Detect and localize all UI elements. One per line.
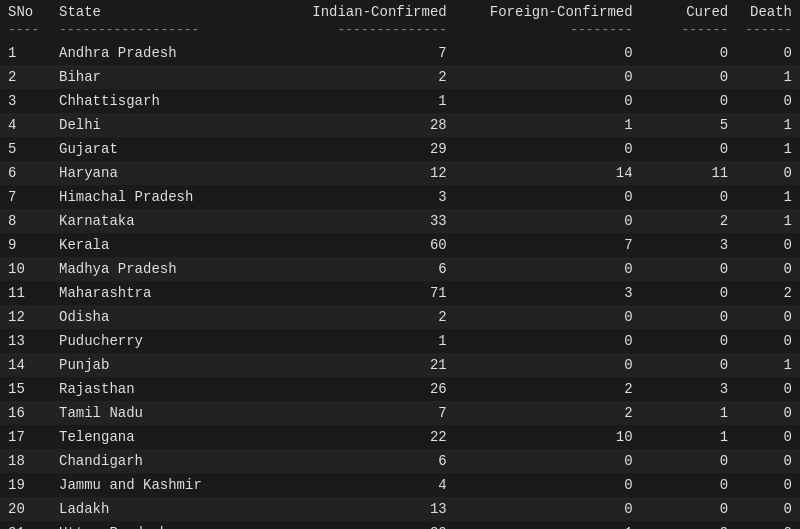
cell-sno: 13 <box>0 329 51 353</box>
cell-indian-confirmed: 12 <box>248 161 455 185</box>
cell-state: Gujarat <box>51 137 248 161</box>
cell-state: Bihar <box>51 65 248 89</box>
cell-sno: 7 <box>0 185 51 209</box>
cell-state: Odisha <box>51 305 248 329</box>
cell-state: Punjab <box>51 353 248 377</box>
table-row: 19Jammu and Kashmir4000 <box>0 473 800 497</box>
cell-death: 0 <box>736 425 800 449</box>
death-header: Death <box>736 0 800 22</box>
cell-foreign-confirmed: 0 <box>455 329 641 353</box>
divider-row: ---- ------------------ -------------- -… <box>0 22 800 41</box>
cell-cured: 0 <box>641 185 737 209</box>
cell-foreign-confirmed: 14 <box>455 161 641 185</box>
cell-death: 0 <box>736 257 800 281</box>
cell-death: 1 <box>736 209 800 233</box>
cell-sno: 15 <box>0 377 51 401</box>
cell-sno: 14 <box>0 353 51 377</box>
cell-death: 0 <box>736 401 800 425</box>
cell-cured: 0 <box>641 257 737 281</box>
table-row: 15Rajasthan26230 <box>0 377 800 401</box>
cell-foreign-confirmed: 0 <box>455 473 641 497</box>
table-body: 1Andhra Pradesh70002Bihar20013Chhattisga… <box>0 41 800 529</box>
table-row: 11Maharashtra71302 <box>0 281 800 305</box>
cell-death: 1 <box>736 65 800 89</box>
indian-divider: -------------- <box>248 22 455 41</box>
table-row: 21Uttar Pradesh30190 <box>0 521 800 529</box>
cell-foreign-confirmed: 3 <box>455 281 641 305</box>
cell-indian-confirmed: 21 <box>248 353 455 377</box>
state-header: State <box>51 0 248 22</box>
cell-death: 1 <box>736 113 800 137</box>
table-row: 7Himachal Pradesh3001 <box>0 185 800 209</box>
cell-foreign-confirmed: 0 <box>455 89 641 113</box>
cell-state: Telengana <box>51 425 248 449</box>
cell-foreign-confirmed: 10 <box>455 425 641 449</box>
cell-state: Kerala <box>51 233 248 257</box>
cell-death: 0 <box>736 89 800 113</box>
cell-state: Tamil Nadu <box>51 401 248 425</box>
cell-state: Chhattisgarh <box>51 89 248 113</box>
cell-state: Haryana <box>51 161 248 185</box>
cell-foreign-confirmed: 0 <box>455 449 641 473</box>
cell-cured: 0 <box>641 65 737 89</box>
indian-confirmed-header: Indian-Confirmed <box>248 0 455 22</box>
cell-state: Madhya Pradesh <box>51 257 248 281</box>
header-row: SNo State Indian-Confirmed Foreign-Confi… <box>0 0 800 22</box>
cell-indian-confirmed: 7 <box>248 41 455 65</box>
cell-indian-confirmed: 1 <box>248 329 455 353</box>
cell-indian-confirmed: 71 <box>248 281 455 305</box>
cured-divider: ------ <box>641 22 737 41</box>
cell-state: Chandigarh <box>51 449 248 473</box>
cell-cured: 1 <box>641 401 737 425</box>
cell-cured: 0 <box>641 137 737 161</box>
cell-death: 0 <box>736 161 800 185</box>
cell-indian-confirmed: 22 <box>248 425 455 449</box>
cell-death: 0 <box>736 497 800 521</box>
cell-sno: 11 <box>0 281 51 305</box>
cell-indian-confirmed: 33 <box>248 209 455 233</box>
cell-foreign-confirmed: 0 <box>455 65 641 89</box>
cell-cured: 11 <box>641 161 737 185</box>
cell-state: Maharashtra <box>51 281 248 305</box>
cell-cured: 0 <box>641 497 737 521</box>
cell-death: 0 <box>736 473 800 497</box>
cell-sno: 17 <box>0 425 51 449</box>
death-divider: ------ <box>736 22 800 41</box>
cell-cured: 0 <box>641 353 737 377</box>
cell-foreign-confirmed: 1 <box>455 521 641 529</box>
cell-sno: 1 <box>0 41 51 65</box>
foreign-divider: -------- <box>455 22 641 41</box>
table-row: 8Karnataka33021 <box>0 209 800 233</box>
table-row: 5Gujarat29001 <box>0 137 800 161</box>
cell-indian-confirmed: 13 <box>248 497 455 521</box>
cell-sno: 12 <box>0 305 51 329</box>
cell-foreign-confirmed: 0 <box>455 257 641 281</box>
cell-death: 0 <box>736 41 800 65</box>
cell-foreign-confirmed: 0 <box>455 353 641 377</box>
cell-foreign-confirmed: 0 <box>455 209 641 233</box>
cell-sno: 18 <box>0 449 51 473</box>
cell-sno: 9 <box>0 233 51 257</box>
table-row: 20Ladakh13000 <box>0 497 800 521</box>
cell-sno: 2 <box>0 65 51 89</box>
cell-foreign-confirmed: 0 <box>455 137 641 161</box>
cell-state: Puducherry <box>51 329 248 353</box>
table-row: 12Odisha2000 <box>0 305 800 329</box>
cell-indian-confirmed: 3 <box>248 185 455 209</box>
table-row: 4Delhi28151 <box>0 113 800 137</box>
cell-indian-confirmed: 26 <box>248 377 455 401</box>
cell-indian-confirmed: 1 <box>248 89 455 113</box>
cell-cured: 0 <box>641 281 737 305</box>
cell-foreign-confirmed: 0 <box>455 185 641 209</box>
cell-cured: 0 <box>641 41 737 65</box>
cell-sno: 16 <box>0 401 51 425</box>
cell-cured: 3 <box>641 377 737 401</box>
cell-sno: 4 <box>0 113 51 137</box>
cell-death: 0 <box>736 449 800 473</box>
cell-state: Uttar Pradesh <box>51 521 248 529</box>
cell-cured: 0 <box>641 329 737 353</box>
cell-foreign-confirmed: 0 <box>455 305 641 329</box>
cell-sno: 8 <box>0 209 51 233</box>
cell-sno: 6 <box>0 161 51 185</box>
cell-state: Delhi <box>51 113 248 137</box>
